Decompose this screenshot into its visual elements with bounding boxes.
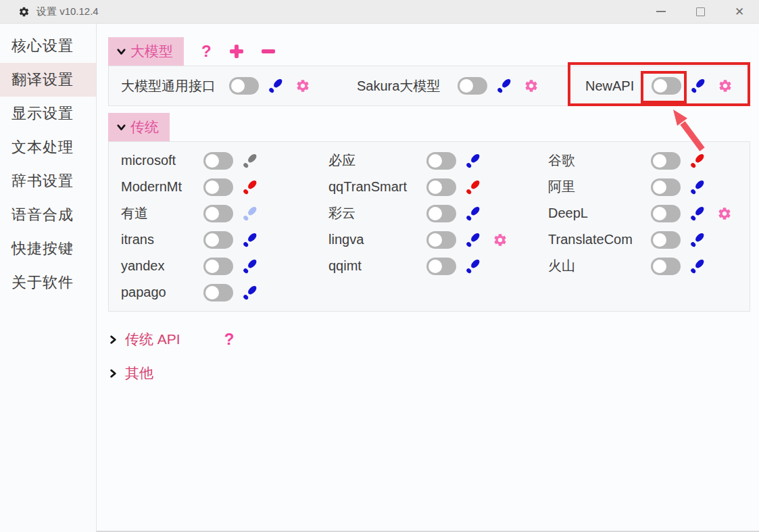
plus-icon[interactable] [230,45,243,58]
gear-icon[interactable] [295,78,310,93]
sidebar-item[interactable]: 辞书设置 [0,164,96,198]
service-toggle[interactable] [426,258,456,275]
brush-icon[interactable] [464,178,482,196]
help-icon[interactable]: ? [224,330,235,349]
service-row: papago [121,279,328,306]
settings-gear-icon [18,6,30,18]
gear-icon[interactable] [717,206,732,221]
service-label: TranslateCom [548,232,651,247]
minimize-button[interactable] [641,0,681,24]
service-toggle[interactable] [203,178,233,196]
brush-icon[interactable] [689,258,706,275]
maximize-icon [696,7,705,16]
section-header-traditional-api[interactable]: 传统 API ? [108,327,750,352]
service-label: 彩云 [328,204,426,222]
service-toggle[interactable] [203,205,233,222]
large-model-box: 大模型通用接口 Sakura大模型 NewAPI [108,66,750,106]
brush-icon[interactable] [267,77,285,95]
sidebar-item[interactable]: 语音合成 [0,198,96,232]
service-label: Sakura大模型 [357,77,458,95]
window-title: 设置 v10.12.4 [36,5,99,18]
service-toggle[interactable] [652,77,681,95]
service-toggle[interactable] [651,231,681,249]
traditional-grid: microsoft必应谷歌ModernMtqqTranSmart阿里有道彩云De… [108,141,750,312]
service-row: microsoft [121,147,328,174]
service-toggle[interactable] [426,178,456,196]
service-toggle[interactable] [426,152,456,170]
gear-icon[interactable] [524,78,539,93]
brush-icon[interactable] [689,178,706,196]
sidebar-item[interactable]: 核心设置 [0,29,96,63]
gear-icon[interactable] [493,233,508,247]
brush-icon[interactable] [241,231,259,249]
service-toggle[interactable] [203,152,233,170]
service-label: DeepL [548,205,651,221]
service-toggle[interactable] [229,77,259,95]
service-label: NewAPI [585,78,652,94]
brush-icon[interactable] [689,152,706,170]
brush-icon[interactable] [464,258,482,275]
service-label: 谷歌 [548,151,651,170]
service-label: 大模型通用接口 [121,77,229,95]
minimize-icon [656,11,666,12]
brush-icon[interactable] [464,205,482,222]
close-button[interactable]: ✕ [720,0,759,24]
service-toggle[interactable] [426,231,456,249]
service-label: 必应 [328,151,426,170]
section-header-other[interactable]: 其他 [108,360,750,386]
help-icon[interactable]: ? [201,42,212,61]
brush-icon[interactable] [241,205,259,222]
sidebar-item[interactable]: 关于软件 [0,266,96,299]
maximize-button[interactable] [681,0,720,24]
section-header-traditional: 传统 [108,113,750,141]
service-toggle[interactable] [651,258,681,275]
sidebar-item[interactable]: 翻译设置 [0,63,96,97]
service-toggle[interactable] [651,152,681,170]
brush-icon[interactable] [241,152,259,170]
sidebar-item[interactable]: 显示设置 [0,97,96,130]
service-toggle[interactable] [651,205,681,222]
section-label: 传统 [130,118,159,137]
minus-icon[interactable] [262,49,275,53]
service-label: lingva [328,232,426,247]
service-label: qqimt [328,258,426,274]
service-toggle[interactable] [651,178,681,196]
chevron-right-icon [108,335,118,345]
service-row: itrans [121,226,328,253]
model-service-row: 大模型通用接口 [121,66,310,105]
service-row: 谷歌 [548,147,750,174]
tab-large-model[interactable]: 大模型 [108,37,184,66]
service-toggle[interactable] [203,284,233,301]
service-toggle[interactable] [458,77,487,95]
brush-icon[interactable] [689,205,706,222]
section-label: 传统 API [125,330,180,349]
service-toggle[interactable] [426,205,456,222]
service-label: microsoft [121,153,203,168]
brush-icon[interactable] [689,231,706,249]
sidebar-item[interactable]: 快捷按键 [0,232,96,266]
service-row: yandex [121,253,328,279]
brush-icon[interactable] [495,77,513,95]
close-icon: ✕ [735,6,744,18]
tab-traditional[interactable]: 传统 [108,113,170,141]
model-service-row: Sakura大模型 [357,66,539,105]
service-label: itrans [121,232,203,247]
brush-icon[interactable] [689,77,707,95]
service-label: papago [121,285,203,300]
service-row: 彩云 [328,200,548,226]
brush-icon[interactable] [464,152,482,170]
service-row: TranslateCom [548,226,750,253]
brush-icon[interactable] [241,178,259,196]
section-label: 其他 [125,364,153,383]
service-toggle[interactable] [203,258,233,275]
service-label: yandex [121,258,203,274]
service-label: ModernMt [121,179,203,195]
brush-icon[interactable] [241,258,259,275]
brush-icon[interactable] [464,231,482,249]
sidebar-item[interactable]: 文本处理 [0,130,96,164]
service-row: qqimt [328,253,548,279]
service-row: 必应 [328,147,548,174]
service-toggle[interactable] [203,231,233,249]
brush-icon[interactable] [241,284,259,301]
gear-icon[interactable] [718,78,733,93]
